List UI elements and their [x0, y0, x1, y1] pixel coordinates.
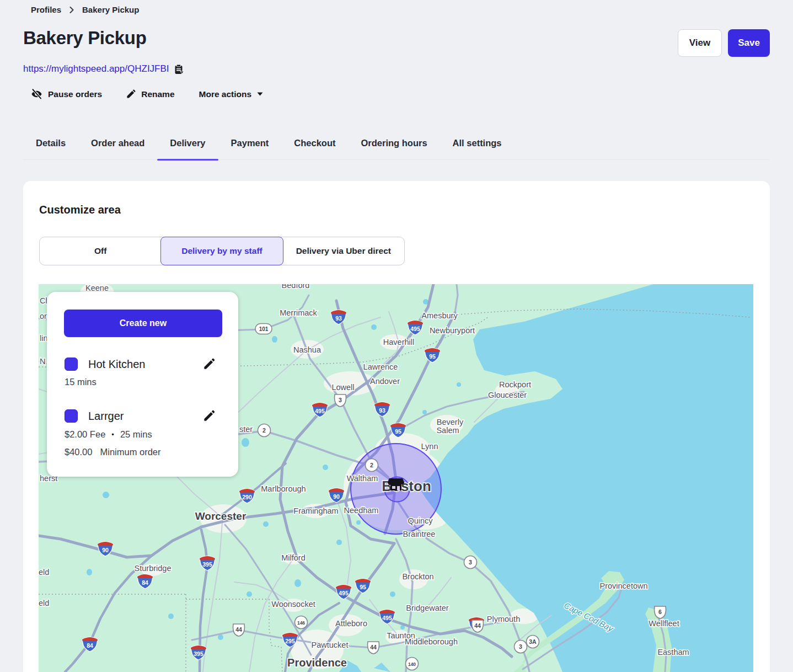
map-label: or: [40, 312, 47, 321]
map-label: Bedford: [282, 284, 310, 290]
edit-zone-icon[interactable]: [202, 357, 216, 371]
zone-detail: $2.00 Fee • 25 mins: [65, 429, 152, 440]
segment-off[interactable]: Off: [40, 237, 161, 265]
save-button[interactable]: Save: [728, 29, 770, 57]
route-shield: 3: [515, 641, 527, 653]
lake: [457, 382, 461, 387]
pencil-icon: [126, 89, 136, 99]
map-label: Marlborough: [261, 484, 306, 493]
map-label: Nashua: [293, 345, 322, 354]
breadcrumb-profiles[interactable]: Profiles: [31, 5, 61, 14]
zones-panel: Create new Hot Kitchen 15 mins Larrger $…: [47, 292, 238, 477]
map-label: Middleborough: [405, 637, 458, 646]
edit-zone-icon[interactable]: [202, 409, 216, 423]
rename-button[interactable]: Rename: [126, 89, 174, 99]
svg-text:6: 6: [658, 609, 662, 615]
map-label: Worcester: [195, 510, 247, 522]
svg-text:95: 95: [395, 428, 401, 435]
map-label: Beverly: [437, 418, 464, 426]
map-label: Eastham: [657, 648, 689, 657]
svg-text:495: 495: [315, 408, 325, 414]
segment-delivery-via-uber-direct[interactable]: Delivery via Uber direct: [283, 237, 404, 265]
map-label: Needham: [344, 506, 379, 515]
map-label: eld: [39, 599, 49, 607]
map-label: Gloucester: [488, 391, 527, 399]
zone-row-hot-kitchen[interactable]: Hot Kitchen: [65, 357, 145, 371]
svg-text:495: 495: [382, 615, 392, 621]
delivery-settings-page: { "header": { "breadcrumb": ["Profiles",…: [0, 0, 793, 672]
zone-color-swatch: [65, 409, 78, 423]
route-shield: 2: [258, 424, 271, 437]
route-shield: 101: [255, 324, 272, 334]
svg-text:93: 93: [335, 315, 342, 322]
svg-text:140: 140: [408, 662, 416, 667]
svg-text:3A: 3A: [529, 638, 537, 645]
profile-url-link[interactable]: https://mylightspeed.app/QHZIJFBI: [23, 63, 169, 74]
tab-details[interactable]: Details: [23, 136, 78, 159]
map-label: Lynn: [421, 442, 438, 451]
delivery-area-map[interactable]: KeeneBedfordMerrimackAmesburyNewburyport…: [39, 284, 753, 672]
map-label: Provincetown: [599, 582, 647, 590]
map-label: Framingham: [293, 506, 338, 515]
route-shield: 44: [233, 624, 245, 636]
lake: [422, 410, 427, 414]
delivery-settings-card: Customize area OffDelivery by my staffDe…: [23, 181, 770, 672]
svg-text:84: 84: [87, 642, 93, 649]
svg-text:84: 84: [142, 579, 148, 586]
map-label: N: [40, 357, 45, 366]
section-heading: Customize area: [39, 204, 121, 216]
more-actions-button[interactable]: More actions: [199, 89, 264, 99]
zone-time: 15 mins: [65, 377, 97, 387]
route-shield: 44: [368, 642, 379, 654]
map-label: Milford: [281, 553, 306, 562]
tab-order-ahead[interactable]: Order ahead: [78, 136, 157, 159]
svg-text:44: 44: [235, 626, 242, 633]
zone-name: Hot Kitchen: [88, 358, 145, 371]
svg-text:2: 2: [370, 462, 373, 468]
zone-name: Larrger: [88, 410, 124, 423]
tab-checkout[interactable]: Checkout: [281, 136, 348, 159]
tab-ordering-hours[interactable]: Ordering hours: [349, 136, 440, 159]
route-shield: 146: [295, 616, 308, 629]
tab-payment[interactable]: Payment: [218, 136, 282, 159]
svg-text:90: 90: [102, 547, 109, 553]
map-label: Salem: [436, 426, 459, 435]
breadcrumb-current: Bakery Pickup: [82, 5, 139, 14]
map-label: Brockton: [402, 572, 433, 581]
lake: [247, 591, 252, 597]
tab-delivery[interactable]: Delivery: [157, 136, 218, 159]
lake: [390, 591, 395, 597]
segment-delivery-by-my-staff[interactable]: Delivery by my staff: [160, 237, 283, 265]
lake: [168, 614, 174, 619]
zone-row-larrger[interactable]: Larrger: [65, 409, 124, 423]
map-label: Plymouth: [487, 615, 520, 623]
map-label: eld: [39, 568, 49, 577]
map-label: Haverhill: [383, 338, 414, 346]
svg-text:395: 395: [202, 561, 212, 568]
pause-orders-button[interactable]: Pause orders: [31, 88, 102, 100]
route-shield: 140: [406, 658, 419, 670]
zone-color-swatch: [65, 358, 78, 371]
view-button[interactable]: View: [678, 29, 722, 57]
svg-text:495: 495: [339, 590, 349, 596]
copy-url-icon[interactable]: [174, 64, 184, 74]
tab-all-settings[interactable]: All settings: [440, 136, 515, 159]
pause-orders-label: Pause orders: [48, 89, 102, 99]
route-shield: 3A: [527, 636, 539, 648]
rename-label: Rename: [141, 89, 174, 99]
map-label: Andover: [370, 377, 400, 386]
svg-text:2: 2: [262, 427, 266, 434]
map-label: Wellfleet: [649, 619, 679, 628]
eye-off-icon: [31, 88, 42, 100]
page-title: Bakery Pickup: [23, 28, 147, 49]
svg-text:295: 295: [285, 638, 295, 644]
map-label: Merrimack: [280, 308, 317, 317]
svg-text:44: 44: [474, 622, 481, 629]
svg-text:44: 44: [370, 644, 377, 650]
svg-text:290: 290: [242, 494, 252, 500]
create-new-zone-button[interactable]: Create new: [64, 310, 222, 337]
map-label: Pawtucket: [312, 641, 349, 649]
svg-text:3: 3: [339, 397, 342, 403]
lake: [272, 336, 277, 343]
route-shield: 2: [366, 459, 378, 472]
